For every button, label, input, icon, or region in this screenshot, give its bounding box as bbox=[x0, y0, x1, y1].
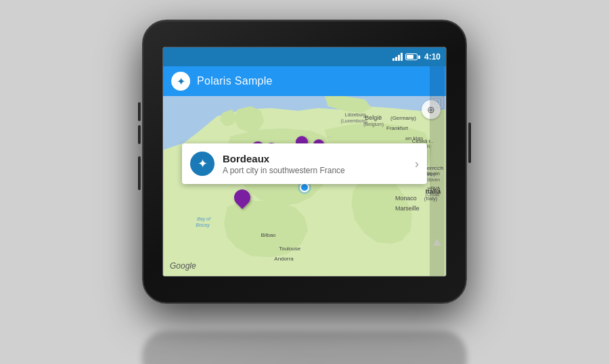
on-screen-nav bbox=[430, 66, 445, 276]
polaris-card-icon: ✦ bbox=[198, 156, 208, 171]
volume-up-button[interactable] bbox=[138, 102, 141, 121]
card-icon: ✦ bbox=[190, 152, 215, 176]
svg-text:Frankfurt: Frankfurt bbox=[386, 125, 409, 131]
back-button[interactable] bbox=[433, 239, 441, 246]
signal-bar-1 bbox=[392, 58, 394, 61]
status-bar: 4:10 bbox=[163, 47, 446, 66]
svg-text:Marseille: Marseille bbox=[395, 205, 420, 212]
signal-bars bbox=[392, 53, 403, 61]
svg-text:Monaco: Monaco bbox=[395, 195, 417, 202]
card-title: Bordeaux bbox=[223, 153, 407, 164]
power-button[interactable] bbox=[138, 156, 141, 190]
phone-device: 4:10 ✦ Polaris Sample bbox=[142, 20, 467, 304]
svg-text:Biscay: Biscay bbox=[196, 223, 210, 228]
svg-text:Toulouse: Toulouse bbox=[279, 246, 300, 252]
battery-icon bbox=[405, 53, 420, 60]
scene: 4:10 ✦ Polaris Sample bbox=[0, 0, 609, 364]
camera-button[interactable] bbox=[468, 122, 471, 163]
svg-text:(Germany): (Germany) bbox=[390, 115, 416, 121]
svg-text:(Luxemburg): (Luxemburg) bbox=[341, 118, 367, 124]
card-subtitle: A port city in southwestern France bbox=[223, 166, 407, 175]
svg-text:Bilbao: Bilbao bbox=[261, 232, 276, 238]
status-icons: 4:10 bbox=[392, 52, 441, 62]
map-area[interactable]: België (Belgium) (Germany) Frankfurt am … bbox=[163, 96, 446, 276]
app-bar: ✦ Polaris Sample bbox=[163, 66, 446, 96]
time-display: 4:10 bbox=[424, 52, 441, 62]
polaris-icon: ✦ bbox=[177, 75, 185, 88]
google-watermark: Google bbox=[170, 261, 196, 271]
side-buttons-right bbox=[468, 122, 471, 163]
info-card[interactable]: ✦ Bordeaux A port city in southwestern F… bbox=[182, 143, 427, 184]
phone-reflection bbox=[142, 331, 467, 364]
map-pin-bordeaux[interactable] bbox=[234, 189, 250, 206]
app-title: Polaris Sample bbox=[197, 75, 273, 87]
card-text: Bordeaux A port city in southwestern Fra… bbox=[223, 153, 407, 175]
svg-text:Lützeburg: Lützeburg bbox=[345, 112, 366, 118]
app-icon: ✦ bbox=[171, 72, 190, 91]
side-buttons-left bbox=[138, 102, 141, 190]
signal-bar-4 bbox=[401, 53, 403, 61]
home-button[interactable] bbox=[432, 168, 443, 179]
card-chevron[interactable]: › bbox=[415, 157, 419, 171]
signal-bar-3 bbox=[398, 55, 400, 61]
svg-text:België: België bbox=[365, 114, 382, 121]
recent-apps-button[interactable] bbox=[432, 97, 443, 108]
phone-wrapper: 4:10 ✦ Polaris Sample bbox=[129, 20, 480, 344]
phone-screen: 4:10 ✦ Polaris Sample bbox=[162, 47, 447, 277]
volume-down-button[interactable] bbox=[138, 125, 141, 144]
svg-text:Bay of: Bay of bbox=[197, 217, 211, 222]
signal-bar-2 bbox=[395, 57, 397, 61]
svg-text:Andorra: Andorra bbox=[274, 256, 294, 262]
